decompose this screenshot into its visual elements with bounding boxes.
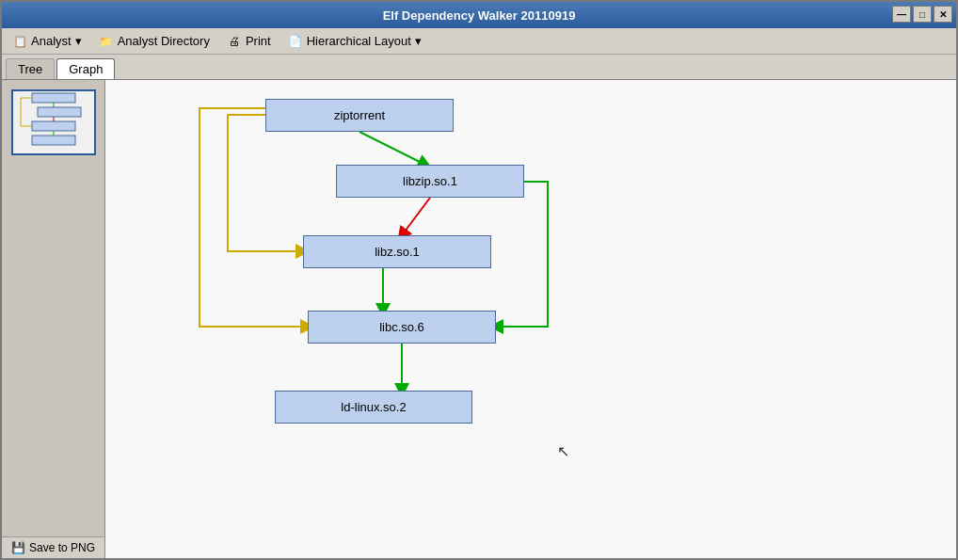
sidebar: 💾 Save to PNG [2, 80, 105, 558]
maximize-button[interactable]: □ [913, 6, 932, 23]
tab-graph[interactable]: Graph [56, 58, 115, 79]
menu-print-label: Print [246, 34, 271, 48]
menu-print[interactable]: 🖨 Print [220, 31, 278, 52]
node-ziptorrent[interactable]: ziptorrent [265, 99, 454, 132]
save-to-png-button[interactable]: 💾 Save to PNG [11, 541, 95, 554]
svg-rect-2 [32, 121, 75, 131]
menu-analyst[interactable]: 📋 Analyst ▾ [6, 31, 88, 52]
tabbar: Tree Graph [2, 55, 956, 79]
cursor: ↖ [557, 442, 569, 460]
node-libzip[interactable]: libzip.so.1 [336, 165, 524, 198]
svg-line-14 [402, 198, 430, 235]
titlebar: Elf Dependency Walker 20110919 — □ ✕ [2, 2, 956, 28]
application-window: Elf Dependency Walker 20110919 — □ ✕ 📋 A… [0, 0, 958, 560]
menubar: 📋 Analyst ▾ 📁 Analyst Directory 🖨 Print … [2, 28, 956, 55]
hierarchical-layout-icon: 📄 [288, 34, 303, 49]
graph-area[interactable]: ziptorrent libzip.so.1 libz.so.1 libc.so… [105, 80, 956, 558]
save-icon: 💾 [11, 541, 25, 554]
main-area: 💾 Save to PNG [2, 79, 956, 558]
window-title: Elf Dependency Walker 20110919 [383, 8, 576, 23]
node-libzip-label: libzip.so.1 [403, 174, 457, 188]
svg-rect-0 [32, 93, 75, 103]
svg-rect-3 [32, 136, 75, 145]
minimap [11, 89, 96, 155]
save-button-bar: 💾 Save to PNG [2, 536, 104, 558]
svg-rect-1 [38, 107, 81, 117]
svg-line-13 [359, 132, 425, 165]
node-ldlinux-label: ld-linux.so.2 [341, 400, 406, 414]
save-label: Save to PNG [29, 541, 95, 554]
print-icon: 🖨 [227, 34, 242, 49]
menu-analyst-directory-label: Analyst Directory [118, 34, 210, 48]
analyst-directory-icon: 📁 [99, 34, 114, 49]
menu-hierarchical-layout-label: Hierarchical Layout [307, 34, 411, 48]
window-controls: — □ ✕ [892, 6, 952, 23]
tab-tree[interactable]: Tree [6, 58, 55, 79]
node-libz-label: libz.so.1 [375, 245, 420, 259]
node-ldlinux[interactable]: ld-linux.so.2 [275, 391, 472, 424]
menu-analyst-directory[interactable]: 📁 Analyst Directory [92, 31, 216, 52]
node-libz[interactable]: libz.so.1 [303, 235, 491, 268]
node-libc[interactable]: libc.so.6 [308, 311, 496, 344]
menu-analyst-label: Analyst [31, 34, 72, 48]
node-libc-label: libc.so.6 [379, 320, 424, 334]
minimize-button[interactable]: — [892, 6, 911, 23]
node-ziptorrent-label: ziptorrent [334, 108, 385, 122]
analyst-icon: 📋 [12, 34, 27, 49]
hierarchical-arrow-icon: ▾ [415, 34, 422, 48]
analyst-arrow-icon: ▾ [75, 34, 82, 48]
menu-hierarchical-layout[interactable]: 📄 Hierarchical Layout ▾ [281, 31, 428, 52]
close-button[interactable]: ✕ [934, 6, 952, 23]
graph-arrows [105, 80, 956, 558]
